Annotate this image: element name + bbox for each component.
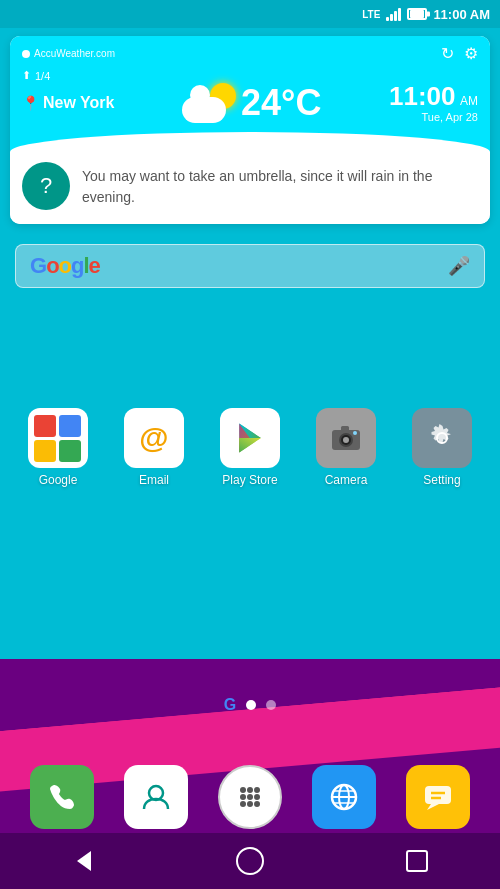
app-playstore[interactable]: Play Store — [210, 408, 290, 487]
weather-top: AccuWeather.com ↻ ⚙ ⬆ 1/4 📍 New York 24°… — [10, 36, 490, 132]
signal-icon — [386, 7, 401, 21]
wave-separator — [10, 132, 490, 152]
page-dot-inactive[interactable] — [266, 700, 276, 710]
svg-marker-28 — [427, 804, 439, 810]
app-camera-label: Camera — [325, 473, 368, 487]
app-playstore-label: Play Store — [222, 473, 277, 487]
google-logo: Google — [30, 253, 100, 279]
svg-rect-27 — [425, 786, 451, 804]
nav-home-button[interactable] — [230, 841, 270, 881]
location-pin-icon: 📍 — [22, 95, 39, 111]
weather-refresh-icon[interactable]: ↻ — [441, 44, 454, 63]
status-bar: LTE 11:00 AM — [0, 0, 500, 28]
weather-bottom: ? You may want to take an umbrella, sinc… — [10, 152, 490, 224]
status-time: 11:00 AM — [433, 7, 490, 22]
page-dots: G — [0, 696, 500, 714]
app-email-label: Email — [139, 473, 169, 487]
nav-back-button[interactable] — [63, 841, 103, 881]
battery-icon — [407, 8, 427, 20]
app-camera[interactable]: Camera — [306, 408, 386, 487]
app-grid: Google @ Email — [0, 408, 500, 487]
app-email[interactable]: @ Email — [114, 408, 194, 487]
dock-browser[interactable] — [312, 765, 376, 829]
svg-rect-10 — [341, 426, 349, 431]
svg-point-15 — [254, 787, 260, 793]
svg-point-18 — [254, 794, 260, 800]
email-app-icon: @ — [124, 408, 184, 468]
svg-point-19 — [240, 801, 246, 807]
svg-marker-5 — [239, 438, 261, 452]
search-bar-container[interactable]: Google 🎤 — [15, 244, 485, 288]
dock — [0, 765, 500, 829]
accu-weather-label: AccuWeather.com — [22, 48, 115, 59]
svg-point-13 — [240, 787, 246, 793]
weather-time: 11:00 — [389, 81, 456, 111]
camera-app-icon — [316, 408, 376, 468]
weather-advice: You may want to take an umbrella, since … — [82, 162, 478, 208]
app-google-label: Google — [39, 473, 78, 487]
svg-point-16 — [240, 794, 246, 800]
dock-phone[interactable] — [30, 765, 94, 829]
google-app-icon — [28, 408, 88, 468]
svg-point-21 — [254, 801, 260, 807]
lte-label: LTE — [362, 9, 380, 20]
svg-point-14 — [247, 787, 253, 793]
app-settings[interactable]: Setting — [402, 408, 482, 487]
bottom-section: G — [0, 659, 500, 889]
app-google[interactable]: Google — [18, 408, 98, 487]
dock-apps[interactable] — [218, 765, 282, 829]
mic-icon[interactable]: 🎤 — [448, 255, 470, 277]
svg-point-11 — [353, 431, 357, 435]
g-logo-dot: G — [224, 696, 236, 714]
weather-temp: 24°C — [241, 82, 321, 124]
nav-recent-button[interactable] — [397, 841, 437, 881]
weather-widget[interactable]: AccuWeather.com ↻ ⚙ ⬆ 1/4 📍 New York 24°… — [10, 36, 490, 224]
search-bar[interactable]: Google 🎤 — [15, 244, 485, 288]
weather-settings-icon[interactable]: ⚙ — [464, 44, 478, 63]
weather-date: Tue, Apr 28 — [389, 111, 478, 123]
umbrella-icon: ? — [22, 162, 70, 210]
nav-bar — [0, 833, 500, 889]
dock-messages[interactable] — [406, 765, 470, 829]
app-settings-label: Setting — [423, 473, 460, 487]
svg-point-9 — [343, 437, 349, 443]
svg-point-17 — [247, 794, 253, 800]
weather-location: New York — [43, 94, 114, 112]
weather-icon — [182, 83, 236, 123]
svg-point-20 — [247, 801, 253, 807]
playstore-app-icon — [220, 408, 280, 468]
svg-marker-31 — [77, 851, 91, 871]
weather-ampm: AM — [460, 94, 478, 108]
settings-app-icon — [412, 408, 472, 468]
dock-contacts[interactable] — [124, 765, 188, 829]
page-dot-active[interactable] — [246, 700, 256, 710]
